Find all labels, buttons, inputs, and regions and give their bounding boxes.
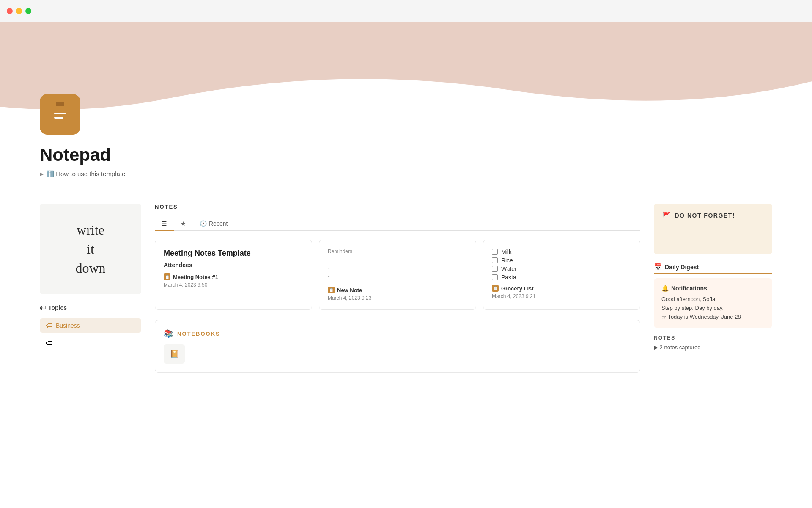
left-sidebar: write it down 🏷 Topics 🏷 Business 🏷: [40, 204, 141, 354]
bell-icon: 🔔: [661, 285, 669, 292]
how-to-label: ℹ️ How to use this template: [46, 170, 125, 178]
notes-summary-title: NOTES: [654, 335, 772, 341]
notebooks-title: NOTEBOOKS: [177, 331, 220, 337]
notification-text: Good afternoon, Sofia! Step by step. Day…: [661, 295, 765, 321]
reminder-dash-3: -: [328, 273, 467, 280]
page-icon: [40, 94, 80, 135]
tag-dot-icon: 🏷: [46, 322, 52, 329]
topics-label: 🏷 Topics: [40, 304, 141, 314]
notes-grid: Meeting Notes Template Attendees 📋 Meeti…: [155, 240, 640, 310]
checkbox-rice: [492, 257, 498, 263]
three-column-layout: write it down 🏷 Topics 🏷 Business 🏷 NOTE…: [40, 204, 772, 373]
tab-star-icon: ★: [181, 220, 186, 227]
tab-starred[interactable]: ★: [174, 217, 193, 231]
checklist-item-milk: Milk: [492, 248, 631, 255]
checkbox-milk: [492, 249, 498, 255]
reminder-dash-1: -: [328, 256, 467, 263]
notebooks-icon: 📚: [164, 329, 174, 338]
do-not-forget-box: 🚩 DO NOT FORGET!: [654, 204, 772, 254]
tag-icon: 🏷: [40, 304, 46, 311]
note-name-row-2: 📋 New Note: [328, 287, 467, 293]
tag-dot-icon-2: 🏷: [46, 340, 52, 347]
note-date-2: March 4, 2023 9:23: [328, 295, 467, 301]
do-not-forget-title: 🚩 DO NOT FORGET!: [662, 211, 764, 219]
note-name-row-3: 📋 Grocery List: [492, 285, 631, 292]
reminders-label: Reminders: [328, 248, 467, 254]
page-title: Notepad: [40, 145, 772, 165]
topic-tag-empty[interactable]: 🏷: [40, 336, 141, 351]
daily-digest-label: 📅 Daily Digest: [654, 263, 772, 274]
reminder-dash-2: -: [328, 265, 467, 271]
note-card-1-sub: Attendees: [164, 262, 303, 268]
note-name-row-1: 📋 Meeting Notes #1: [164, 273, 303, 280]
checklist-item-water: Water: [492, 265, 631, 272]
note-icon-1: 📋: [164, 273, 170, 280]
note-date-3: March 4, 2023 9:21: [492, 293, 631, 299]
note-name-2: New Note: [337, 287, 362, 293]
section-divider: [40, 190, 772, 190]
note-card-meeting[interactable]: Meeting Notes Template Attendees 📋 Meeti…: [155, 240, 312, 310]
note-date-1: March 4, 2023 9:50: [164, 282, 303, 288]
note-icon-3: 📋: [492, 285, 499, 292]
tab-all[interactable]: ☰: [155, 217, 174, 231]
main-content: Notepad ▶ ℹ️ How to use this template wr…: [0, 135, 812, 389]
note-icon-2: 📋: [328, 287, 335, 293]
svg-rect-1: [56, 102, 64, 106]
right-sidebar: 🚩 DO NOT FORGET! 📅 Daily Digest 🔔 Notifi…: [654, 204, 772, 351]
reminders-content: - - -: [328, 256, 467, 280]
notebooks-section: 📚 NOTEBOOKS 📔: [155, 320, 640, 373]
notebook-cover-card: write it down: [40, 204, 141, 294]
note-name-3: Grocery List: [501, 285, 534, 292]
maximize-button[interactable]: [25, 8, 31, 14]
notes-tabs: ☰ ★ 🕐 Recent: [155, 217, 640, 231]
calendar-icon: 📅: [654, 263, 662, 271]
titlebar: [0, 0, 812, 22]
how-to-toggle[interactable]: ▶ ℹ️ How to use this template: [40, 170, 772, 178]
topic-tag-business[interactable]: 🏷 Business: [40, 318, 141, 333]
toggle-arrow: ▶: [40, 171, 44, 177]
notes-section: NOTES ☰ ★ 🕐 Recent Meeting Notes Templat…: [155, 204, 640, 373]
svg-rect-2: [54, 113, 66, 114]
close-button[interactable]: [7, 8, 13, 14]
note-card-2-footer: 📋 New Note March 4, 2023 9:23: [328, 287, 467, 301]
note-card-new[interactable]: Reminders - - - 📋 New Note March 4, 2023…: [319, 240, 476, 310]
checkbox-pasta: [492, 274, 498, 280]
note-card-1-footer: 📋 Meeting Notes #1 March 4, 2023 9:50: [164, 273, 303, 288]
flag-icon: 🚩: [662, 211, 672, 219]
minimize-button[interactable]: [16, 8, 22, 14]
checkbox-water: [492, 266, 498, 272]
tab-recent[interactable]: 🕐 Recent: [193, 217, 234, 231]
notebooks-header: 📚 NOTEBOOKS: [164, 329, 631, 338]
notifications-title: 🔔 Notifications: [661, 285, 765, 292]
note-card-grocery[interactable]: Milk Rice Water Pasta: [483, 240, 640, 310]
notebook-mini-card[interactable]: 📔: [164, 344, 185, 364]
note-card-1-title: Meeting Notes Template: [164, 248, 303, 258]
page-icon-wrap: [0, 94, 812, 135]
note-card-3-footer: 📋 Grocery List March 4, 2023 9:21: [492, 285, 631, 299]
handwriting-text: write it down: [75, 221, 105, 277]
checklist-item-pasta: Pasta: [492, 274, 631, 281]
svg-rect-3: [54, 117, 63, 119]
notifications-box: 🔔 Notifications Good afternoon, Sofia! S…: [654, 278, 772, 328]
checklist-item-rice: Rice: [492, 257, 631, 264]
tab-clock-icon: 🕐: [200, 220, 207, 227]
notes-section-title: NOTES: [155, 204, 640, 210]
note-name-1: Meeting Notes #1: [173, 274, 218, 280]
notes-captured: ▶ 2 notes captured: [654, 344, 772, 351]
notebook-mini-icon: 📔: [170, 349, 179, 359]
checklist-items: Milk Rice Water Pasta: [492, 248, 631, 281]
tab-all-icon: ☰: [162, 220, 167, 227]
